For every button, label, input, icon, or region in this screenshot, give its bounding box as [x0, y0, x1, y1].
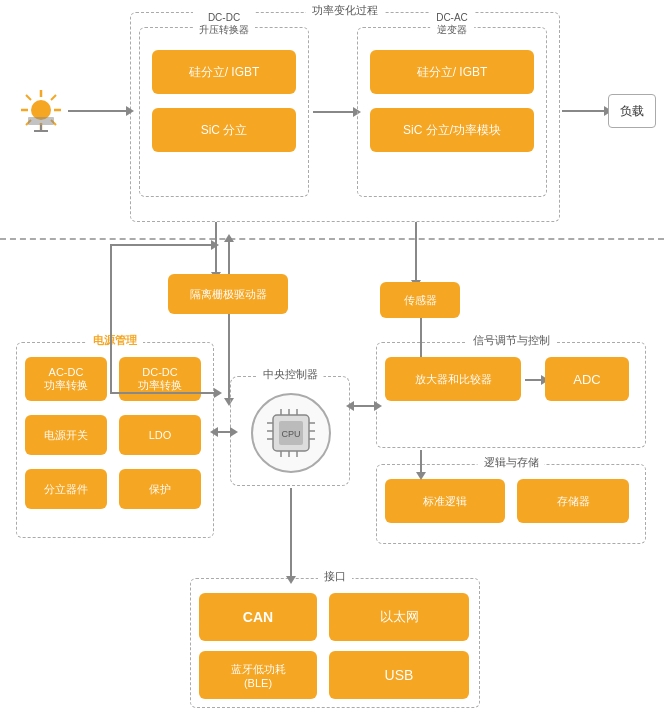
dc-dc-pwr-box: DC-DC 功率转换 [119, 357, 201, 401]
arrow-left-vertical [110, 244, 112, 392]
ble-box: 蓝牙低功耗 (BLE) [199, 651, 317, 699]
ldo-box: LDO [119, 415, 201, 455]
arrow-solar-to-dcdc [68, 110, 128, 112]
separator-line [0, 238, 664, 240]
arrow-amp-adc [525, 379, 543, 381]
sic1-box: SiC 分立 [152, 108, 296, 152]
usb-box: USB [329, 651, 469, 699]
power-switch-box: 电源开关 [25, 415, 107, 455]
can-box: CAN [199, 593, 317, 641]
interface-label: 接口 [318, 569, 352, 584]
sensor-box: 传感器 [380, 282, 460, 318]
signal-ctrl-label: 信号调节与控制 [467, 333, 556, 348]
load-box: 负载 [608, 94, 656, 128]
amplifier-box: 放大器和比较器 [385, 357, 521, 401]
arrow-from-dcdc-left [110, 244, 213, 246]
power-mgmt-label: 电源管理 [87, 333, 143, 348]
arrow-cpu-interface [290, 488, 292, 578]
dc-ac-container: DC-AC逆变器 硅分立/ IGBT SiC 分立/功率模块 [357, 27, 547, 197]
igbt1-box: 硅分立/ IGBT [152, 50, 296, 94]
ethernet-box: 以太网 [329, 593, 469, 641]
dc-dc-label: DC-DC升压转换器 [193, 12, 255, 36]
power-process-label: 功率变化过程 [306, 3, 384, 18]
arrow-pwrmgmt-cpu [216, 431, 232, 433]
memory-box: 存储器 [517, 479, 629, 523]
arrow-dcac-to-load [562, 110, 606, 112]
gate-driver-box: 隔离栅极驱动器 [168, 274, 288, 314]
svg-text:CPU: CPU [281, 429, 300, 439]
svg-line-5 [26, 95, 31, 100]
arrow-dcdc-to-dcac [313, 111, 355, 113]
protection-box: 保护 [119, 469, 201, 509]
solar-icon [16, 85, 66, 135]
power-process-container: 功率变化过程 DC-DC升压转换器 硅分立/ IGBT SiC 分立 DC-AC… [130, 12, 560, 222]
sic2-box: SiC 分立/功率模块 [370, 108, 534, 152]
svg-rect-9 [28, 117, 54, 125]
igbt2-box: 硅分立/ IGBT [370, 50, 534, 94]
cpu-circle: CPU [251, 393, 331, 473]
interface-container: 接口 CAN 以太网 蓝牙低功耗 (BLE) USB [190, 578, 480, 708]
ac-dc-box: AC-DC 功率转换 [25, 357, 107, 401]
power-mgmt-container: 电源管理 AC-DC 功率转换 DC-DC 功率转换 电源开关 LDO 分立器件… [16, 342, 214, 538]
central-ctrl-container: 中央控制器 CPU [230, 376, 350, 486]
dc-ac-label: DC-AC逆变器 [430, 12, 474, 36]
adc-box: ADC [545, 357, 629, 401]
std-logic-box: 标准逻辑 [385, 479, 505, 523]
svg-line-7 [51, 95, 56, 100]
signal-ctrl-container: 信号调节与控制 放大器和比较器 ADC [376, 342, 646, 448]
main-diagram: 功率变化过程 DC-DC升压转换器 硅分立/ IGBT SiC 分立 DC-AC… [0, 0, 664, 720]
arrow-cpu-signal [352, 405, 376, 407]
dc-dc-container: DC-DC升压转换器 硅分立/ IGBT SiC 分立 [139, 27, 309, 197]
arrow-gatedrv-up [228, 240, 230, 274]
arrow-cpu-logic [420, 450, 422, 474]
discrete-box: 分立器件 [25, 469, 107, 509]
arrow-left-h-to-pwrmgmt [110, 392, 216, 394]
logic-storage-label: 逻辑与存储 [478, 455, 545, 470]
arrow-dcac-down [415, 222, 417, 282]
central-ctrl-label: 中央控制器 [257, 367, 324, 382]
